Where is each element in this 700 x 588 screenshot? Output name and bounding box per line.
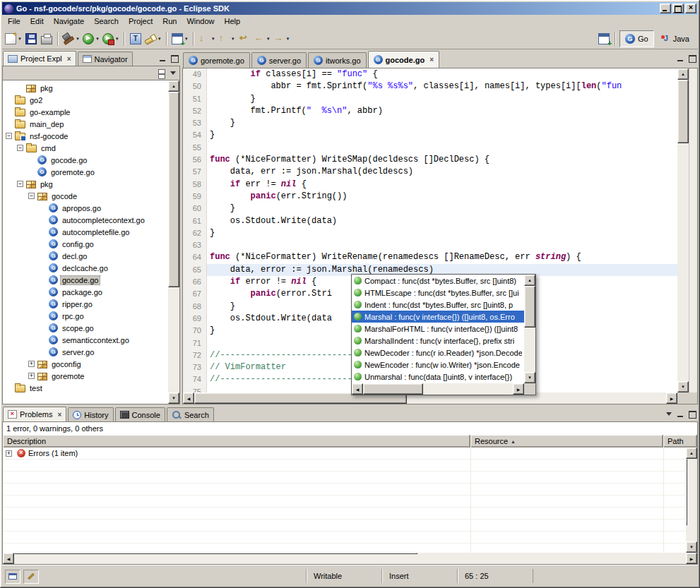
maximize-view-icon[interactable] (687, 53, 697, 64)
open-type-button[interactable] (128, 30, 143, 47)
scroll-track[interactable] (363, 383, 513, 395)
tree-item[interactable]: −nsf-gocode (3, 130, 168, 142)
scroll-up-button[interactable]: ▲ (686, 448, 697, 459)
maximize-button[interactable] (672, 4, 684, 13)
expander-icon[interactable]: + (28, 373, 35, 379)
view-tab-search[interactable]: Search (167, 407, 214, 421)
completion-item[interactable]: Compact : func(dst *bytes.Buffer, src []… (352, 275, 524, 287)
run-button[interactable]: ▼ (81, 30, 101, 47)
view-tab-problems[interactable]: Problems× (3, 407, 66, 421)
scroll-thumb[interactable] (14, 553, 417, 554)
tree-item[interactable]: ripper.go (3, 298, 168, 310)
tree-item[interactable]: scope.go (3, 322, 168, 334)
close-icon[interactable]: × (57, 411, 61, 419)
tree-item[interactable]: test (3, 382, 168, 394)
scroll-down-button[interactable]: ▼ (168, 392, 179, 404)
completion-horizontal-scrollbar[interactable]: ◀ ▶ (352, 383, 535, 395)
column-header-description[interactable]: Description (3, 435, 470, 448)
menu-help[interactable]: Help (220, 16, 246, 28)
completion-item[interactable]: Unmarshal : func(data []uint8, v interfa… (352, 371, 524, 383)
title-bar[interactable]: Go - nsf-gocode/src/pkg/gocode/gocode.go… (2, 2, 698, 15)
tree-vertical-scrollbar[interactable]: ▲ ▼ (168, 80, 179, 404)
editor-tab-server-go[interactable]: server.go (251, 52, 307, 68)
completion-item[interactable]: Indent : func(dst *bytes.Buffer, src []u… (352, 299, 524, 311)
completion-item[interactable]: Marshal : func(v interface{}) ([]uint8, … (352, 311, 524, 323)
print-button[interactable] (39, 30, 54, 47)
problems-row[interactable]: +Errors (1 item) (3, 448, 686, 460)
scroll-left-button[interactable]: ◀ (3, 553, 14, 564)
scroll-up-button[interactable]: ▲ (168, 80, 179, 92)
expander-icon[interactable]: + (6, 450, 12, 457)
editor-tab-itworks-go[interactable]: itworks.go (308, 52, 367, 68)
scroll-thumb[interactable] (524, 286, 535, 328)
tree-item[interactable]: goremote.go (3, 166, 168, 178)
tree-item[interactable]: gocode.go (3, 274, 168, 286)
scroll-thumb[interactable] (363, 383, 423, 395)
completion-item[interactable]: MarshalForHTML : func(v interface{}) ([]… (352, 323, 524, 335)
scroll-track[interactable] (14, 553, 686, 564)
expander-icon[interactable]: − (6, 133, 12, 139)
scroll-track[interactable] (686, 459, 697, 541)
maximize-view-icon[interactable] (169, 53, 179, 64)
new-perspective-window-button[interactable]: ▼ (170, 30, 190, 47)
minimize-view-icon[interactable] (158, 53, 168, 64)
maximize-view-icon[interactable] (687, 409, 697, 419)
expander-icon[interactable]: − (17, 181, 23, 187)
open-perspective-button[interactable] (596, 30, 612, 47)
scroll-down-button[interactable]: ▼ (686, 541, 697, 553)
completion-item[interactable]: HTMLEscape : func(dst *bytes.Buffer, src… (352, 287, 524, 299)
editor-tab-gocode-go[interactable]: gocode.go× (368, 51, 439, 68)
tree-item[interactable]: package.go (3, 286, 168, 298)
view-tab-console[interactable]: Console (115, 407, 165, 421)
pencil-icon[interactable] (23, 570, 39, 584)
tree-item[interactable]: rpc.go (3, 310, 168, 322)
editor-tab-goremote-go[interactable]: goremote.go (183, 52, 250, 68)
view-tab-project-expl[interactable]: Project Expl× (3, 51, 76, 66)
forward-button[interactable]: ▼ (272, 30, 292, 47)
menu-edit[interactable]: Edit (25, 16, 49, 28)
perspective-go-button[interactable]: Go (619, 30, 654, 47)
tree-item[interactable]: −pkg (3, 178, 168, 190)
view-tab-navigator[interactable]: Navigator (78, 52, 133, 66)
view-tab-history[interactable]: History (68, 407, 113, 421)
expander-icon[interactable]: − (28, 193, 35, 199)
new-wizard-button[interactable]: ▼ (4, 30, 23, 47)
minimize-view-icon[interactable] (675, 409, 686, 419)
menu-run[interactable]: Run (158, 16, 182, 28)
scroll-thumb[interactable] (677, 80, 689, 143)
search-button[interactable]: ▼ (143, 30, 163, 47)
tree-item[interactable]: semanticcontext.go (3, 334, 168, 346)
tree-item[interactable]: −cmd (3, 142, 168, 154)
expander-icon[interactable]: − (17, 145, 23, 151)
scroll-track[interactable] (524, 286, 535, 372)
minimize-button[interactable] (660, 4, 671, 13)
expander-icon[interactable]: + (28, 361, 35, 367)
scroll-left-button[interactable]: ◀ (183, 392, 194, 404)
problems-horizontal-scrollbar[interactable]: ◀ ▶ (3, 553, 697, 564)
problems-vertical-scrollbar[interactable]: ▲ ▼ (686, 448, 697, 553)
tree-item[interactable]: go2 (3, 94, 168, 106)
last-edit-location-button[interactable] (237, 30, 252, 47)
tree-item[interactable]: declcache.go (3, 262, 168, 274)
scroll-right-button[interactable]: ▶ (513, 383, 524, 395)
column-header-resource[interactable]: Resource▲ (470, 435, 663, 448)
run-external-button[interactable]: ▼ (101, 30, 121, 47)
collapse-all-icon[interactable] (155, 68, 165, 78)
minimize-view-icon[interactable] (675, 53, 686, 64)
view-menu-icon[interactable] (170, 71, 176, 75)
scroll-up-button[interactable]: ▲ (524, 275, 535, 286)
tree-item[interactable]: −gocode (3, 190, 168, 202)
scroll-thumb[interactable] (686, 459, 687, 525)
completion-vertical-scrollbar[interactable]: ▲ ▼ (524, 275, 535, 383)
tree-item[interactable]: main_dep (3, 118, 168, 130)
scroll-track[interactable] (677, 80, 689, 381)
back-button[interactable]: ▼ (252, 30, 272, 47)
scroll-thumb[interactable] (168, 92, 179, 287)
completion-item[interactable]: MarshalIndent : func(v interface{}, pref… (352, 335, 524, 347)
tree-item[interactable]: apropos.go (3, 202, 168, 214)
scroll-down-button[interactable]: ▼ (677, 381, 689, 392)
tree-item[interactable]: go-example (3, 106, 168, 118)
fast-view-bar-icon[interactable] (5, 570, 20, 584)
menu-project[interactable]: Project (124, 16, 158, 28)
menu-navigate[interactable]: Navigate (49, 16, 89, 28)
